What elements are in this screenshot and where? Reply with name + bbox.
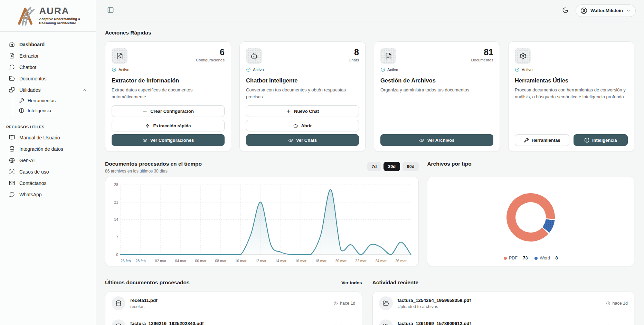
timeline-chart-card: 26 feb28 feb02 mar04 mar06 mar08 mar10 m… (105, 177, 419, 266)
sidebar-item-documentos[interactable]: Documentos (0, 73, 96, 84)
chat-bubble-icon (9, 64, 15, 70)
timeline-title: Documentos procesados en el tiempo (105, 161, 202, 167)
brand-tagline: Adaptive Understanding &Reasoning Archit… (39, 17, 80, 26)
document-icon-circle (112, 319, 125, 325)
sidebar-nav: Dashboard Extractor Chatbot Documentos U… (0, 32, 96, 200)
card-description: Conversa con tus documentos y obtén resp… (246, 87, 359, 100)
eye-icon (142, 138, 148, 143)
sidebar-item-chatbot[interactable]: Chatbot (0, 61, 96, 73)
gear-icon (519, 52, 527, 60)
range-7d-button[interactable]: 7d (367, 162, 381, 171)
donut-legend: PDF 73 Word 8 (504, 256, 558, 260)
sidebar-item-gen-ai[interactable]: Gen-AI (0, 155, 96, 166)
nuevo-chat-button[interactable]: Nuevo Chat (246, 105, 359, 117)
legend-word[interactable]: Word 8 (534, 256, 558, 260)
sidebar-item-label: Integración de datos (19, 146, 63, 152)
card-title: Chatbot Inteligente (246, 77, 359, 84)
file-search-icon (9, 53, 15, 59)
document-row[interactable]: receta11.pdf recetas hace 1d (105, 292, 362, 315)
svg-text:14 mar: 14 mar (275, 259, 286, 263)
panel-left-icon (107, 7, 114, 13)
sidebar-item-dashboard[interactable]: Dashboard (0, 39, 96, 50)
activity-icon-circle (379, 296, 393, 310)
chatbot-card-icon-tile (246, 48, 262, 64)
database-icon (115, 323, 122, 325)
badge-check-icon (246, 67, 251, 72)
sidebar-item-integracion-de-datos[interactable]: Integración de datos (0, 143, 96, 155)
quick-actions-grid: 6 Configuraciones Activo Extractor de In… (105, 41, 634, 152)
wrench-icon (19, 98, 24, 103)
ver-chats-button[interactable]: Ver Chats (246, 134, 359, 146)
abrir-chatbot-button[interactable]: Abrir (246, 120, 359, 131)
status-badge: Activo (380, 67, 493, 72)
sidebar-item-inteligencia[interactable]: Inteligencia (13, 106, 96, 116)
sidebar-item-herramientas[interactable]: Herramientas (13, 96, 96, 106)
timeline-section: Documentos procesados en el tiempo 86 ar… (105, 161, 419, 266)
document-row[interactable]: factura_1296216_1925202840.pdf facturas … (105, 315, 362, 325)
status-badge: Activo (112, 67, 225, 72)
extraccion-rapida-button[interactable]: Extracción rápida (112, 120, 225, 131)
range-30d-button[interactable]: 30d (383, 162, 400, 171)
svg-text:06 mar: 06 mar (195, 259, 207, 263)
database-icon (9, 146, 15, 152)
ver-archivos-button[interactable]: Ver Archivos (380, 134, 493, 146)
card-herramientas-utiles: Activo Herramientas Útiles Procesa docum… (508, 41, 634, 152)
range-90d-button[interactable]: 90d (402, 162, 419, 171)
activity-row[interactable]: factura_1254264_1959658359.pdf Uploaded … (373, 292, 634, 315)
utilidades-submenu: Herramientas Inteligencia (13, 96, 96, 116)
document-category: recetas (130, 304, 158, 309)
svg-text:12 mar: 12 mar (255, 259, 266, 263)
sidebar-toggle-button[interactable] (106, 6, 115, 15)
svg-text:21: 21 (114, 200, 118, 204)
file-text-icon (385, 52, 392, 60)
svg-text:26 feb: 26 feb (121, 259, 131, 263)
eye-icon (288, 138, 293, 143)
card-description: Organiza y administra todos tus document… (380, 87, 493, 93)
whatsapp-icon (9, 191, 15, 197)
sidebar-item-contactanos[interactable]: Contáctanos (0, 177, 96, 189)
folder-open-icon (383, 300, 389, 306)
sidebar-item-utilidades[interactable]: Utilidades (0, 84, 96, 96)
sidebar: AURA Adaptive Understanding &Reasoning A… (0, 0, 96, 325)
extractor-card-icon-tile (112, 48, 127, 64)
sidebar-item-extractor[interactable]: Extractor (0, 50, 96, 61)
card-title: Gestión de Archivos (380, 77, 493, 84)
document-time: hace 1d (333, 301, 355, 306)
files-by-type-card: PDF 73 Word 8 (427, 177, 634, 266)
sidebar-item-whatsapp[interactable]: WhatsApp (0, 189, 96, 200)
dashboard-content: Acciones Rápidas 6 Configuraciones Activ… (96, 21, 644, 325)
ver-configuraciones-button[interactable]: Ver Configuraciones (112, 134, 225, 146)
dark-mode-toggle-button[interactable] (561, 6, 569, 15)
activity-row[interactable]: factura_1261969_1578909612.pdf Uploaded … (373, 315, 634, 325)
sidebar-item-label: Chatbot (19, 65, 36, 70)
document-name: receta11.pdf (130, 298, 158, 303)
status-badge: Activo (515, 67, 628, 72)
svg-text:04 mar: 04 mar (175, 259, 187, 263)
sidebar-item-casos-de-uso[interactable]: Casos de uso (0, 166, 96, 177)
sidebar-item-label: Documentos (19, 76, 47, 81)
card-title: Herramientas Útiles (515, 77, 628, 84)
ver-todos-link[interactable]: Ver todos (341, 280, 362, 285)
legend-pdf[interactable]: PDF 73 (504, 256, 528, 260)
files-donut-chart[interactable] (502, 188, 560, 246)
activity-icon-circle (379, 319, 393, 325)
file-search-icon (116, 52, 123, 60)
user-menu-button[interactable]: Walter.Milstein (576, 4, 636, 17)
crear-configuracion-button[interactable]: Crear Configuración (112, 105, 225, 117)
plus-icon (142, 109, 148, 114)
sidebar-item-label: Utilidades (19, 87, 40, 93)
svg-text:0: 0 (116, 252, 118, 256)
moon-icon (562, 7, 569, 13)
card-extractor: 6 Configuraciones Activo Extractor de In… (105, 41, 231, 152)
activity-detail: Uploaded to archivos (398, 304, 471, 309)
home-icon (9, 41, 15, 47)
extractor-count: 6 (196, 48, 225, 57)
herramientas-button[interactable]: Herramientas (515, 134, 569, 146)
inteligencia-button[interactable]: Inteligencia (574, 134, 628, 146)
sidebar-item-manual-de-usuario[interactable]: Manual de Usuario (0, 132, 96, 143)
user-avatar-icon (580, 7, 587, 14)
card-chatbot: 8 Chats Activo Chatbot Inteligente Conve… (239, 41, 366, 152)
wrench-icon (524, 138, 529, 143)
timeline-area-chart[interactable]: 26 feb28 feb02 mar04 mar06 mar08 mar10 m… (108, 180, 416, 265)
sidebar-item-label: Herramientas (28, 98, 56, 103)
